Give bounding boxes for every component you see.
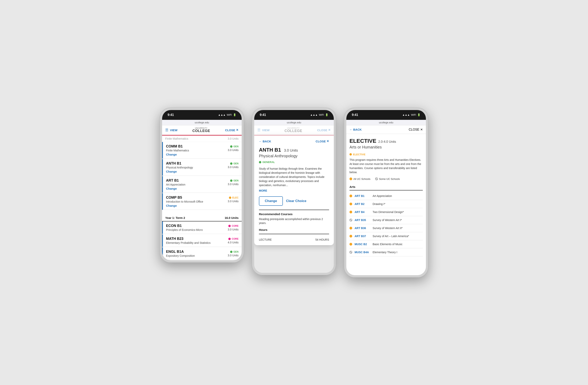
- modal-back-btn[interactable]: ← BACK: [259, 140, 271, 143]
- arts-code-6[interactable]: MUSC B2: [355, 243, 370, 246]
- app-header-1: ☰ VIEW UNIVERSITY COLLEGE CLOSE ✕: [162, 125, 242, 136]
- hours-row: LECTURE 54 HOURS: [259, 237, 329, 241]
- signal-icon-3: ▲▲▲: [402, 113, 410, 116]
- elective-dot: [350, 153, 352, 156]
- modal-card: ← BACK CLOSE ✕ ANTH B1 3.0 Units Physi: [254, 136, 334, 245]
- change-link-0[interactable]: Change: [166, 153, 238, 156]
- app-header-2: ☰ VIEW UNIVERSITY COLLEGE CLOSE ✕: [254, 125, 334, 136]
- term2-code-2: ENGL B1A: [166, 250, 184, 254]
- url-bar-3: ucollege.edu: [346, 120, 426, 125]
- course-item-1: ANTH B1 GEN Physical Anthropology 3.0 Un…: [162, 159, 242, 176]
- view-label-1[interactable]: VIEW: [170, 129, 177, 132]
- course-header-3: COMP B5 ELEC: [166, 196, 238, 200]
- arts-dot-6: [350, 243, 352, 246]
- arts-section-title: Arts: [350, 183, 423, 190]
- arts-dot-5: [350, 235, 352, 238]
- phone-2: 9:41 ▲▲▲ WiFi 🔋 ucollege.edu ☰ VIEW UNIV…: [252, 108, 336, 275]
- dot-1: [230, 162, 232, 165]
- college-label-1: COLLEGE: [192, 129, 210, 133]
- hours-type: LECTURE: [259, 238, 272, 241]
- term2-badge-1: CORE: [228, 238, 238, 240]
- course-code-2: ART B1: [166, 179, 179, 182]
- signal-icon-2: ▲▲▲: [310, 113, 318, 116]
- legend-some-uc: Some UC Schools: [375, 178, 400, 181]
- arts-dot-3: [350, 219, 352, 221]
- close-btn-1[interactable]: CLOSE ✕: [225, 128, 238, 132]
- phone-1-inner: 9:41 ▲▲▲ WiFi 🔋 ucollege.edu ☰ VIEW UNIV…: [162, 110, 242, 260]
- recommended-divider: [259, 210, 329, 210]
- elective-desc: This program requires three Arts and Hum…: [346, 158, 426, 174]
- term2-code-0: ECON B1: [166, 224, 182, 228]
- arts-course-4: ART B36 Survey of Western Art II*: [350, 224, 423, 232]
- legend-row: All UC Schools Some UC Schools: [346, 178, 426, 183]
- notch-2: [280, 110, 308, 117]
- phone-1: 9:41 ▲▲▲ WiFi 🔋 ucollege.edu ☰ VIEW UNIV…: [160, 108, 244, 263]
- arts-dot-0: [350, 195, 352, 197]
- badge-0: GEN: [230, 145, 238, 148]
- legend-all-uc: All UC Schools: [350, 178, 370, 181]
- clear-choice-button[interactable]: Clear Choice: [286, 196, 306, 206]
- course-code-1: ANTH B1: [166, 161, 181, 165]
- arts-course-6: MUSC B2 Basic Elements of Music: [350, 240, 423, 248]
- change-button[interactable]: Change: [259, 196, 283, 206]
- change-link-2[interactable]: Change: [166, 187, 238, 190]
- arts-course-2: ART B4 Two Dimensional Design*: [350, 208, 423, 216]
- close-btn-3[interactable]: CLOSE ✕: [409, 128, 423, 131]
- arts-code-7[interactable]: MUSC B4A: [355, 251, 370, 254]
- general-badge: GENERAL: [259, 161, 329, 164]
- elective-subtitle: Arts or Humanities: [350, 145, 423, 149]
- course-header-0: COMM B1 GEN: [166, 144, 238, 148]
- phone2-modal-area: Arts and Humanities 2.0 UNITS HISTB17A: [254, 136, 334, 273]
- arts-course-7: MUSC B4A Elementary Theory I: [350, 248, 423, 256]
- phone-2-inner: 9:41 ▲▲▲ WiFi 🔋 ucollege.edu ☰ VIEW UNIV…: [254, 110, 334, 273]
- arts-course-0: ART B1 Art Appreciation: [350, 192, 423, 200]
- wifi-icon-2: WiFi: [319, 113, 324, 116]
- arts-code-3[interactable]: ART B35: [355, 219, 370, 222]
- arts-code-5[interactable]: ART B37: [355, 235, 370, 238]
- view-label-2: VIEW: [262, 129, 270, 132]
- back-btn-3[interactable]: ← BACK: [350, 128, 362, 131]
- badge-1: GEN: [230, 162, 238, 165]
- menu-icon-2: ☰: [257, 128, 260, 132]
- arts-name-0: Art Appreciation: [373, 194, 392, 198]
- arts-course-1: ART B2 Drawing I*: [350, 200, 423, 208]
- logo-1: UNIVERSITY COLLEGE: [192, 127, 210, 133]
- term2-dot-0: [228, 225, 231, 227]
- legend-partial-dot: [375, 178, 378, 180]
- arts-code-1[interactable]: ART B2: [355, 203, 370, 205]
- arts-name-7: Elementary Theory I: [373, 251, 397, 254]
- time-3: 9:41: [352, 113, 358, 117]
- term2-dot-2: [230, 251, 232, 253]
- dot-3: [229, 197, 231, 199]
- change-link-3[interactable]: Change: [166, 204, 238, 207]
- badge-3: ELEC: [229, 196, 238, 199]
- arts-code-2[interactable]: ART B4: [355, 210, 370, 214]
- modal-course-title: ANTH B1 3.0 Units: [259, 147, 329, 153]
- course-header-1: ANTH B1 GEN: [166, 161, 238, 165]
- arts-code-4[interactable]: ART B36: [355, 226, 370, 230]
- time-2: 9:41: [260, 113, 266, 117]
- arts-dot-2: [350, 211, 352, 213]
- term2-header-0: ECON B1 CORE: [166, 224, 238, 228]
- change-link-1[interactable]: Change: [166, 170, 238, 173]
- dot-2: [230, 180, 232, 182]
- faint-row: Finite Mathematics 3.0 Units: [162, 136, 242, 142]
- arts-code-0[interactable]: ART B1: [355, 194, 370, 198]
- phone3-content: ELECTIVE 2.0-4.0 Units Arts or Humanitie…: [346, 134, 426, 275]
- elective-units: 2.0-4.0 Units: [378, 140, 396, 144]
- hours-section: Hours LECTURE 54 HOURS: [259, 228, 329, 241]
- wifi-icon: WiFi: [227, 113, 232, 116]
- modal-close-btn[interactable]: CLOSE ✕: [315, 139, 329, 143]
- arts-name-6: Basic Elements of Music: [373, 243, 403, 246]
- course-item-2: ART B1 GEN Art Appreciation 3.0 Units Ch…: [162, 176, 242, 193]
- course-code-3: COMP B5: [166, 196, 182, 200]
- term2-dot-1: [228, 238, 231, 240]
- menu-icon-1[interactable]: ☰: [165, 128, 168, 132]
- arts-name-5: Survey of Art – Latin America*: [373, 235, 409, 238]
- status-bar-3: 9:41 ▲▲▲ WiFi 🔋: [346, 110, 426, 120]
- elective-main-title: ELECTIVE: [350, 138, 376, 144]
- term2-header-2: ENGL B1A GEN: [166, 250, 238, 254]
- more-link[interactable]: MORE: [259, 189, 267, 192]
- term2-badge-0: CORE: [228, 225, 238, 227]
- status-icons-3: ▲▲▲ WiFi 🔋: [402, 113, 420, 116]
